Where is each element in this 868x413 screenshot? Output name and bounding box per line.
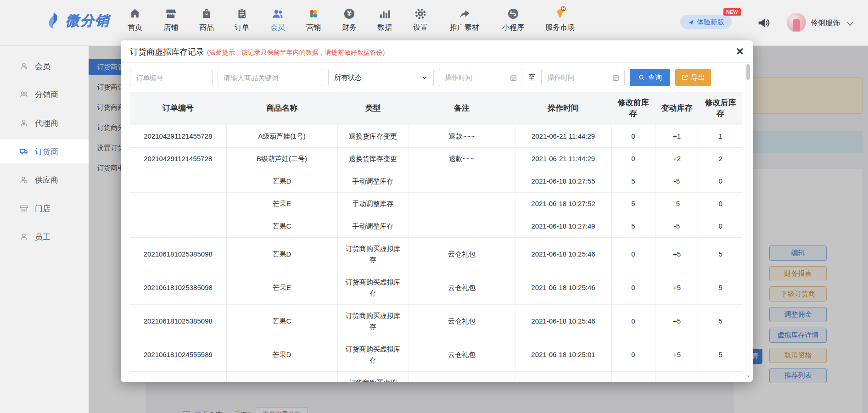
account-name[interactable]: 伶俐服饰 (811, 18, 840, 28)
table-row: 202106181025385098芒果C订货商购买虚拟库存云仓礼包2021-0… (130, 305, 742, 338)
keyword-input[interactable] (218, 69, 323, 86)
left-sidebar: 会员 分销商 代理商 订货商 供应商 门店 员工 (0, 46, 89, 413)
sidebar-item-distributors[interactable]: 分销商 (0, 83, 89, 106)
col-order-no: 订单编号 (130, 92, 226, 125)
speaker-icon[interactable] (756, 16, 771, 30)
export-button[interactable]: 导出 (675, 69, 711, 86)
table-header-row: 订单编号 商品名称 类型 备注 操作时间 修改前库存 变动库存 修改后库存 (130, 92, 742, 125)
rocket-icon (688, 19, 694, 26)
sidebar-item-members[interactable]: 会员 (0, 54, 89, 78)
nav-item-promo-material[interactable]: 推广素材 (437, 4, 492, 33)
col-type: 类型 (337, 92, 409, 125)
truck-icon (19, 147, 28, 156)
query-button[interactable]: 查询 (630, 69, 670, 86)
agent-icon (19, 118, 28, 128)
sidebar-item-suppliers[interactable]: 供应商 (0, 168, 89, 192)
col-stock-after: 修改后库存 (699, 92, 742, 125)
try-new-version-button[interactable]: 体验新版 (680, 15, 732, 29)
gear-icon (398, 4, 442, 20)
sidebar-item-agents[interactable]: 代理商 (0, 111, 89, 135)
virtual-stock-modal: 订货商虚拟库存记录(温馨提示：该记录只保留半年内的数据，请提前做好数据备份) ×… (121, 40, 753, 382)
share-arrow-icon (437, 4, 492, 20)
table-row: 202106181025385098芒果D订货商购买虚拟库存云仓礼包2021-0… (130, 238, 742, 271)
table-row: 202106181025385098芒果E订货商购买虚拟库存云仓礼包2021-0… (130, 271, 742, 305)
gem-icon: H (535, 4, 585, 20)
time-to-input[interactable]: 操作时间 (541, 69, 625, 86)
table-row: 芒果D手动调整库存2021-06-18 10:27:555-50 (130, 170, 742, 193)
top-nav: 微分销 首页 店铺 商品 订单 会员 营销 ¥ 财务 数据 设置 推广素材 (0, 0, 868, 46)
modal-separator (121, 62, 753, 63)
supplier-icon (19, 175, 28, 184)
staff-icon (19, 232, 28, 241)
new-badge: NEW (723, 8, 741, 16)
to-label: 至 (527, 73, 536, 82)
col-product-name: 商品名称 (226, 92, 337, 125)
nav-item-service-market[interactable]: H 服务市场 (535, 4, 585, 33)
table-row: 芒果C手动调整库存2021-06-18 10:27:495-50 (130, 215, 742, 238)
modal-hint: (温馨提示：该记录只保留半年内的数据，请提前做好数据备份) (207, 49, 385, 56)
col-remark: 备注 (409, 92, 515, 125)
nav-item-miniprogram[interactable]: 小程序 (491, 4, 535, 33)
calendar-icon (612, 74, 620, 82)
account-avatar[interactable] (787, 13, 806, 32)
search-icon (638, 74, 645, 81)
col-stock-change: 变动库存 (655, 92, 699, 125)
status-select[interactable]: 所有状态 (328, 69, 434, 86)
table-row: 202104291121455728B级葫芦娃(二号)退换货库存变更退款~~~2… (130, 148, 742, 170)
scrollbar-thumb[interactable] (746, 64, 750, 80)
table-row-partial: 订货商购买虚拟 (130, 372, 742, 382)
nav-item-settings[interactable]: 设置 (398, 4, 442, 33)
miniprogram-icon (491, 4, 535, 20)
close-icon[interactable]: × (736, 43, 744, 60)
chevron-down-icon[interactable] (846, 20, 854, 28)
modal-title: 订货商虚拟库存记录 (130, 47, 204, 56)
member-icon (19, 61, 28, 71)
sidebar-item-staff[interactable]: 员工 (0, 225, 89, 249)
order-no-input[interactable] (130, 69, 213, 86)
sidebar-item-stores[interactable]: 门店 (0, 196, 89, 220)
time-from-input[interactable]: 操作时间 (439, 69, 522, 86)
modal-scrollbar[interactable]: ⌄ (745, 63, 750, 379)
virtual-stock-table: 订单编号 商品名称 类型 备注 操作时间 修改前库存 变动库存 修改后库存 20… (130, 92, 742, 382)
table-row: 202106181024555589芒果D订货商购买虚拟库存云仓礼包2021-0… (130, 338, 742, 372)
filter-bar: 所有状态 操作时间 至 操作时间 查询 导出 (130, 69, 711, 86)
col-op-time: 操作时间 (515, 92, 611, 125)
app-logo[interactable]: 微分销 (44, 10, 110, 31)
logo-text: 微分销 (66, 11, 110, 30)
calendar-icon (510, 74, 517, 82)
col-stock-before: 修改前库存 (611, 92, 655, 125)
table-row: 芒果E手动调整库存2021-06-18 10:27:525-50 (130, 193, 742, 215)
export-icon (681, 74, 689, 81)
scrollbar-down-arrow[interactable]: ⌄ (745, 372, 751, 378)
svg-text:¥: ¥ (347, 10, 352, 18)
logo-mark-icon (44, 10, 62, 31)
store-icon (19, 204, 28, 213)
chevron-down-icon (421, 74, 428, 81)
group-icon (19, 90, 28, 99)
table-row: 202104291121455728A级葫芦娃(1号)退换货库存变更退款~~~2… (130, 125, 742, 148)
svg-text:H: H (562, 6, 565, 11)
sidebar-item-purchasers[interactable]: 订货商 (0, 140, 89, 163)
